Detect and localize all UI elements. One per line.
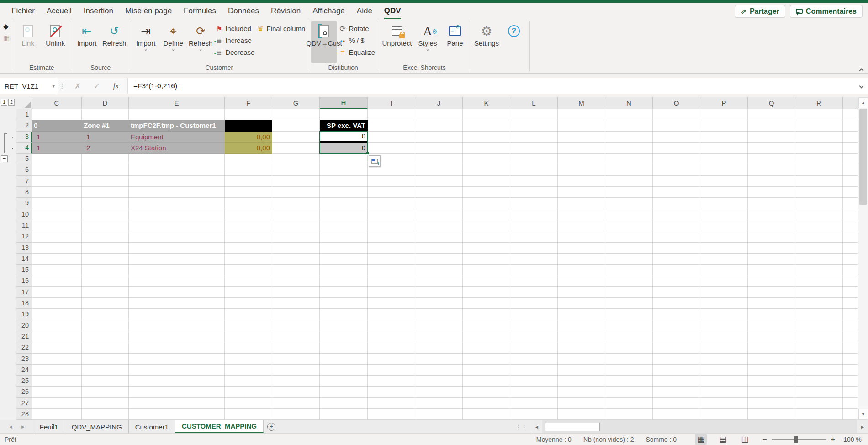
customer-refresh-button[interactable]: ⟳ Refresh ⌄ — [188, 21, 213, 53]
cell-D6[interactable] — [82, 164, 129, 175]
menu-tab-fichier[interactable]: Fichier — [5, 4, 41, 19]
cell-F20[interactable] — [225, 320, 272, 331]
cell-C23[interactable] — [32, 354, 82, 365]
cell-R15[interactable] — [795, 265, 843, 275]
cell-Q21[interactable] — [748, 331, 795, 342]
cell-N14[interactable] — [605, 254, 653, 265]
cell-C5[interactable] — [32, 154, 82, 164]
cell-E10[interactable] — [129, 209, 225, 220]
formula-input[interactable]: =F3*(1-0,216) — [127, 78, 854, 94]
cell-E8[interactable] — [129, 187, 225, 198]
cell-I15[interactable] — [368, 265, 415, 275]
cell-K6[interactable] — [463, 164, 510, 175]
cell-D27[interactable] — [82, 398, 129, 409]
cell-H10[interactable] — [320, 209, 368, 220]
cell-N10[interactable] — [605, 209, 653, 220]
cell-K24[interactable] — [463, 365, 510, 376]
cell-E4[interactable]: X24 Station — [129, 143, 225, 154]
cell-M15[interactable] — [558, 265, 605, 275]
cell-N13[interactable] — [605, 243, 653, 254]
cell-L15[interactable] — [510, 265, 558, 275]
cell-O7[interactable] — [653, 176, 700, 187]
cell-G19[interactable] — [272, 309, 320, 320]
cell-H27[interactable] — [320, 398, 368, 409]
cell-P10[interactable] — [700, 209, 748, 220]
cell-D26[interactable] — [82, 387, 129, 397]
cell-F16[interactable] — [225, 275, 272, 286]
cell-O15[interactable] — [653, 265, 700, 275]
row-header-11[interactable]: 11 — [16, 220, 32, 231]
vertical-scrollbar[interactable]: ▲▼ — [858, 97, 868, 420]
cell-L23[interactable] — [510, 354, 558, 365]
row-header-4[interactable]: 4 — [16, 143, 32, 154]
cell-R17[interactable] — [795, 287, 843, 298]
cell-L1[interactable] — [510, 109, 558, 120]
final-column-button[interactable]: ♛ Final column — [256, 24, 305, 33]
cell-J20[interactable] — [415, 320, 463, 331]
cell-G16[interactable] — [272, 275, 320, 286]
cell-I24[interactable] — [368, 365, 415, 376]
cell-R8[interactable] — [795, 187, 843, 198]
decrease-button[interactable]: ≣◂ Decrease — [215, 48, 254, 57]
cell-J11[interactable] — [415, 220, 463, 231]
cell-E3[interactable]: Equipment — [129, 132, 225, 143]
cell-H5[interactable] — [320, 154, 368, 164]
row-header-6[interactable]: 6 — [16, 164, 32, 175]
cell-M26[interactable] — [558, 387, 605, 397]
zoom-out-button[interactable]: − — [762, 435, 767, 444]
cell-O11[interactable] — [653, 220, 700, 231]
cell-D15[interactable] — [82, 265, 129, 275]
cell-H28[interactable] — [320, 409, 368, 420]
cell-I27[interactable] — [368, 398, 415, 409]
customer-define-button[interactable]: ⌖ Define ⌄ — [160, 21, 186, 53]
cell-J17[interactable] — [415, 287, 463, 298]
row-header-3[interactable]: 3 — [16, 132, 32, 143]
cell-F21[interactable] — [225, 331, 272, 342]
cell-K10[interactable] — [463, 209, 510, 220]
cell-H14[interactable] — [320, 254, 368, 265]
cell-Q17[interactable] — [748, 287, 795, 298]
cell-M27[interactable] — [558, 398, 605, 409]
cell-E14[interactable] — [129, 254, 225, 265]
cell-R2[interactable] — [795, 120, 843, 131]
cell-G13[interactable] — [272, 243, 320, 254]
cell-D20[interactable] — [82, 320, 129, 331]
cell-D5[interactable] — [82, 154, 129, 164]
cell-K4[interactable] — [463, 143, 510, 154]
cell-J28[interactable] — [415, 409, 463, 420]
cell-K1[interactable] — [463, 109, 510, 120]
cell-G23[interactable] — [272, 354, 320, 365]
cell-P16[interactable] — [700, 275, 748, 286]
cell-F26[interactable] — [225, 387, 272, 397]
unlink-button[interactable]: Unlink — [42, 21, 68, 47]
vertical-scroll-thumb[interactable] — [859, 109, 867, 205]
cell-H16[interactable] — [320, 275, 368, 286]
cell-R13[interactable] — [795, 243, 843, 254]
cell-H22[interactable] — [320, 342, 368, 353]
cell-J8[interactable] — [415, 187, 463, 198]
cell-R3[interactable] — [795, 132, 843, 143]
cell-G9[interactable] — [272, 198, 320, 209]
cell-D23[interactable] — [82, 354, 129, 365]
next-sheet-button[interactable]: ► — [21, 424, 26, 429]
cell-P7[interactable] — [700, 176, 748, 187]
column-header-O[interactable]: O — [653, 97, 700, 109]
cell-G18[interactable] — [272, 298, 320, 309]
column-header-R[interactable]: R — [795, 97, 843, 109]
cell-O2[interactable] — [653, 120, 700, 131]
unprotect-button[interactable]: Unprotect — [381, 21, 413, 47]
cell-R10[interactable] — [795, 209, 843, 220]
column-header-H[interactable]: H — [320, 97, 368, 109]
cell-G10[interactable] — [272, 209, 320, 220]
cell-D2[interactable]: Zone #1 — [82, 120, 129, 131]
menu-tab-formules[interactable]: Formules — [178, 4, 222, 19]
cell-N19[interactable] — [605, 309, 653, 320]
cell-C15[interactable] — [32, 265, 82, 275]
cell-O23[interactable] — [653, 354, 700, 365]
sheet-tab-qdv_mapping[interactable]: QDV_MAPPING — [65, 420, 129, 433]
cell-E17[interactable] — [129, 287, 225, 298]
row-header-5[interactable]: 5 — [16, 154, 32, 164]
cell-N18[interactable] — [605, 298, 653, 309]
cell-Q22[interactable] — [748, 342, 795, 353]
cell-F9[interactable] — [225, 198, 272, 209]
